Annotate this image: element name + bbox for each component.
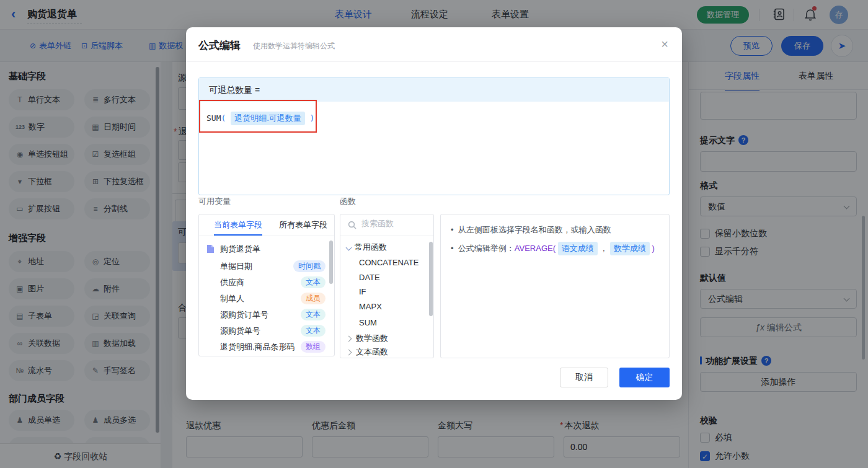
form-file-icon [206, 244, 215, 254]
variables-list: 当前表单字段 所有表单字段 购货退货单 单据日期时间戳 供应商文本 制单人成员 … [198, 214, 335, 356]
type-badge: 文本 [301, 325, 326, 337]
group-math-functions[interactable]: 数学函数 [340, 333, 433, 347]
chevron-right-icon [346, 336, 352, 342]
chevron-down-icon [346, 245, 352, 251]
variables-label: 可用变量 [198, 196, 231, 207]
example-field-chip: 语文成绩 [558, 242, 598, 255]
function-item[interactable]: DATE [340, 273, 433, 286]
group-common-functions[interactable]: 常用函数 [340, 242, 433, 255]
close-icon[interactable]: × [661, 37, 668, 51]
tab-all-form-fields[interactable]: 所有表单字段 [279, 214, 327, 236]
variables-scrollbar[interactable] [329, 241, 333, 284]
tree-root[interactable]: 购货退货单 [199, 242, 334, 257]
group-text-functions[interactable]: 文本函数 [340, 347, 433, 358]
variable-row[interactable]: 源购货订单号文本 [199, 307, 334, 322]
modal-title: 公式编辑 [198, 38, 241, 53]
help-panel: • 从左侧面板选择字段名和函数，或输入函数 • 公式编辑举例：AVERAGE( … [440, 214, 670, 358]
formula-editor[interactable]: 可退总数量 = SUM( 退货明细.可退数量 ) [198, 77, 670, 195]
function-item[interactable]: CONCATENATE [340, 258, 433, 272]
function-name: SUM [206, 113, 221, 123]
chevron-right-icon [346, 350, 352, 356]
cancel-button[interactable]: 取消 [560, 368, 608, 387]
type-badge: 时间戳 [293, 260, 326, 272]
variable-row[interactable]: 供应商文本 [199, 275, 334, 290]
type-badge: 文本 [301, 276, 326, 288]
function-search[interactable] [340, 214, 433, 236]
functions-label: 函数 [340, 196, 356, 207]
functions-list: 常用函数 CONCATENATE DATE IF MAPX SUM 数学函数 文… [340, 214, 434, 358]
function-item[interactable]: SUM [340, 318, 433, 332]
function-item[interactable]: IF [340, 287, 433, 301]
search-icon [348, 221, 356, 229]
example-function: AVERAGE( [515, 244, 556, 253]
variable-row-clipped [199, 355, 334, 356]
variable-row[interactable]: 制单人成员 [199, 291, 334, 306]
formula-expression[interactable]: SUM( 退货明细.可退数量 ) [206, 112, 314, 125]
tab-current-form-fields[interactable]: 当前表单字段 [214, 214, 262, 236]
confirm-button[interactable]: 确定 [619, 368, 670, 387]
type-badge [309, 356, 326, 356]
example-field-chip: 数学成绩 [610, 242, 650, 255]
modal-subtitle: 使用数学运算符编辑公式 [253, 41, 335, 51]
function-item[interactable]: MAPX [340, 302, 433, 316]
help-bullet: • 公式编辑举例：AVERAGE( 语文成绩 ， 数学成绩 ) [451, 242, 655, 255]
type-badge: 数组 [301, 341, 326, 353]
variable-row[interactable]: 源购货单号文本 [199, 324, 334, 338]
type-badge: 成员 [301, 293, 326, 304]
divider [199, 236, 334, 236]
type-badge: 文本 [301, 309, 326, 320]
function-search-input[interactable] [361, 219, 423, 228]
modal-header: 公式编辑 使用数学运算符编辑公式 × [186, 27, 682, 62]
formula-target: 可退总数量 = [199, 78, 669, 102]
formula-edit-modal: 公式编辑 使用数学运算符编辑公式 × 可退总数量 = SUM( 退货明细.可退数… [186, 27, 682, 400]
variable-row[interactable]: 退货明细.商品条形码数组 [199, 340, 334, 355]
field-chip[interactable]: 退货明细.可退数量 [231, 112, 305, 125]
functions-scrollbar[interactable] [429, 242, 433, 316]
variable-row[interactable]: 单据日期时间戳 [199, 259, 334, 274]
help-bullet: • 从左侧面板选择字段名和函数，或输入函数 [451, 224, 611, 236]
